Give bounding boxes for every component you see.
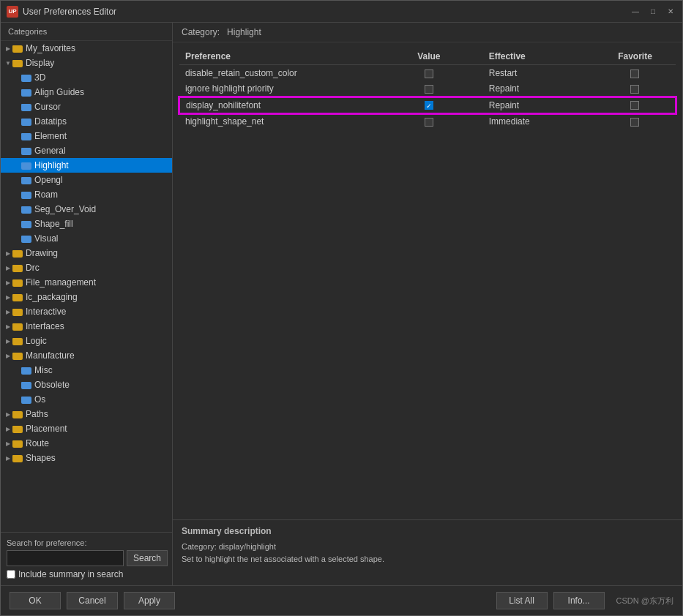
pref-effective-2: Repaint: [460, 97, 594, 113]
value-checkbox-2[interactable]: [425, 101, 433, 110]
tree-item-cursor[interactable]: Cursor: [1, 99, 172, 114]
tree-label-misc: Misc: [34, 365, 53, 375]
tree-item-datatips[interactable]: Datatips: [1, 114, 172, 129]
value-checkbox-3[interactable]: [425, 118, 433, 127]
tree-label-placement: Placement: [26, 424, 67, 434]
include-summary-row: Include summary in search: [7, 569, 166, 579]
summary-line2: Set to highlight the net associated with…: [182, 553, 673, 566]
tree-item-drc[interactable]: Drc: [1, 260, 172, 275]
favorite-checkbox-2[interactable]: [630, 101, 639, 110]
info-button[interactable]: Info...: [553, 592, 605, 609]
tree-label-general: General: [34, 146, 66, 156]
tree-item-misc[interactable]: Misc: [1, 363, 172, 378]
tree-item-shapes[interactable]: Shapes: [1, 451, 172, 465]
tree-item-drawing[interactable]: Drawing: [1, 246, 172, 260]
tree-item-shape_fill[interactable]: Shape_fill: [1, 217, 172, 231]
tree-item-roam[interactable]: Roam: [1, 187, 172, 202]
pref-effective-0: Restart: [460, 65, 594, 81]
tree-label-logic: Logic: [26, 336, 47, 346]
right-panel: Category: Highlight Preference Value Eff…: [173, 23, 682, 585]
tree-item-manufacture[interactable]: Manufacture: [1, 348, 172, 363]
col-effective: Effective: [460, 48, 594, 65]
tree-label-opengl: Opengl: [34, 175, 63, 185]
pref-favorite-3[interactable]: [594, 113, 676, 129]
pref-favorite-0[interactable]: [594, 65, 676, 81]
tree-label-drc: Drc: [26, 263, 40, 273]
minimize-button[interactable]: —: [630, 6, 641, 18]
favorite-checkbox-3[interactable]: [630, 118, 639, 127]
ok-button[interactable]: OK: [10, 592, 61, 609]
tree-label-interactive: Interactive: [26, 307, 66, 317]
value-checkbox-0[interactable]: [425, 70, 433, 78]
tree-label-ic_packaging: Ic_packaging: [26, 292, 78, 302]
tree-label-shapes: Shapes: [26, 453, 56, 463]
category-header: Category: Highlight: [173, 23, 682, 42]
search-label: Search for preference:: [7, 538, 166, 547]
search-input[interactable]: [7, 550, 124, 566]
tree-item-seg_over_void[interactable]: Seg_Over_Void: [1, 202, 172, 217]
tree-item-ic_packaging[interactable]: Ic_packaging: [1, 290, 172, 304]
list-all-button[interactable]: List All: [496, 592, 548, 609]
tree-item-route[interactable]: Route: [1, 436, 172, 451]
tree-label-manufacture: Manufacture: [26, 350, 75, 361]
table-row: disable_retain_custom_colorRestart: [179, 65, 676, 81]
value-checkbox-1[interactable]: [425, 85, 433, 94]
col-favorite: Favorite: [594, 48, 676, 65]
favorite-checkbox-1[interactable]: [630, 85, 639, 94]
maximize-button[interactable]: □: [647, 6, 659, 18]
tree-item-paths[interactable]: Paths: [1, 407, 172, 421]
pref-effective-1: Repaint: [460, 81, 594, 97]
favorite-checkbox-0[interactable]: [630, 70, 639, 78]
tree-item-align_guides[interactable]: Align Guides: [1, 85, 172, 99]
tree-item-3d[interactable]: 3D: [1, 70, 172, 85]
tree-container[interactable]: My_favoritesDisplay3DAlign GuidesCursorD…: [1, 41, 172, 532]
apply-button[interactable]: Apply: [124, 592, 175, 609]
tree-item-my_favorites[interactable]: My_favorites: [1, 41, 172, 56]
table-container[interactable]: Preference Value Effective Favorite disa…: [173, 42, 682, 519]
tree-item-opengl[interactable]: Opengl: [1, 173, 172, 187]
tree-label-obsolete: Obsolete: [34, 380, 70, 390]
pref-value-1[interactable]: [398, 81, 460, 97]
pref-effective-3: Immediate: [460, 113, 594, 129]
table-row: ignore highlight priorityRepaint: [179, 81, 676, 97]
summary-line1: Category: display/highlight: [182, 541, 673, 553]
tree-item-display[interactable]: Display: [1, 56, 172, 70]
include-summary-checkbox[interactable]: [7, 570, 15, 579]
tree-item-logic[interactable]: Logic: [1, 334, 172, 348]
tree-label-visual: Visual: [34, 233, 58, 244]
pref-favorite-2[interactable]: [594, 97, 676, 113]
pref-value-3[interactable]: [398, 113, 460, 129]
tree-item-general[interactable]: General: [1, 143, 172, 158]
window: UP User Preferences Editor — □ ✕ Categor…: [0, 0, 683, 616]
tree-item-obsolete[interactable]: Obsolete: [1, 378, 172, 392]
close-button[interactable]: ✕: [665, 6, 676, 18]
pref-value-2[interactable]: [398, 97, 460, 113]
tree-item-element[interactable]: Element: [1, 129, 172, 143]
tree-label-shape_fill: Shape_fill: [34, 219, 73, 229]
tree-item-highlight[interactable]: Highlight: [1, 158, 172, 173]
app-icon: UP: [7, 6, 18, 18]
table-row: highlight_shape_netImmediate: [179, 113, 676, 129]
pref-name-2: display_nohilitefont: [179, 97, 398, 113]
tree-item-placement[interactable]: Placement: [1, 421, 172, 436]
tree-label-paths: Paths: [26, 409, 48, 419]
tree-label-os: Os: [34, 394, 45, 405]
col-preference: Preference: [179, 48, 398, 65]
tree-item-os[interactable]: Os: [1, 392, 172, 407]
tree-label-route: Route: [26, 438, 49, 448]
search-button[interactable]: Search: [127, 550, 168, 566]
pref-value-0[interactable]: [398, 65, 460, 81]
titlebar: UP User Preferences Editor — □ ✕: [1, 1, 682, 23]
preferences-table: Preference Value Effective Favorite disa…: [179, 48, 676, 129]
tree-item-interfaces[interactable]: Interfaces: [1, 319, 172, 334]
cancel-button[interactable]: Cancel: [67, 592, 118, 609]
tree-item-file_management[interactable]: File_management: [1, 275, 172, 290]
tree-item-interactive[interactable]: Interactive: [1, 304, 172, 319]
tree-label-display: Display: [26, 58, 54, 68]
tree-item-visual[interactable]: Visual: [1, 231, 172, 246]
tree-label-cursor: Cursor: [34, 102, 61, 112]
tree-label-interfaces: Interfaces: [26, 321, 64, 331]
pref-favorite-1[interactable]: [594, 81, 676, 97]
col-value: Value: [398, 48, 460, 65]
main-content: Categories My_favoritesDisplay3DAlign Gu…: [1, 23, 682, 585]
